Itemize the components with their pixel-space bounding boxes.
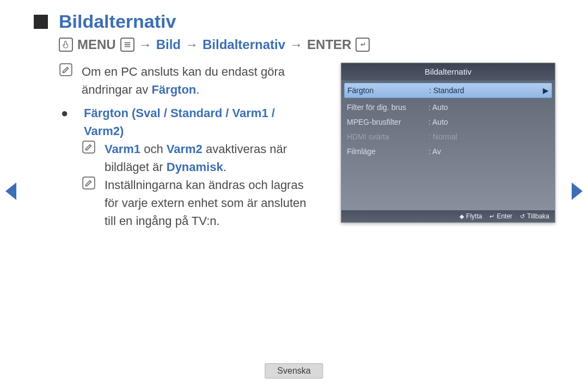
highlight-dynamisk: Dynamisk bbox=[167, 160, 223, 174]
breadcrumb-menu-label: MENU bbox=[77, 37, 116, 52]
row-value: : Normal bbox=[428, 132, 549, 141]
text-fragment: . bbox=[223, 160, 226, 174]
text-fragment: . bbox=[196, 83, 199, 96]
tv-settings-panel: Bildalternativ Färgton: Standard▶Filter … bbox=[341, 63, 555, 223]
hand-pointer-icon bbox=[59, 38, 73, 52]
tv-panel-rows: Färgton: Standard▶Filter för dig. brus: … bbox=[341, 83, 555, 159]
svg-rect-3 bbox=[60, 64, 72, 76]
footer-enter: ↵Enter bbox=[489, 212, 512, 220]
footer-move-label: Flytta bbox=[466, 212, 482, 220]
highlight-varm2: Varm2 bbox=[167, 142, 203, 156]
row-value: : Av bbox=[428, 147, 549, 156]
option-heading-row: ● Färgton (Sval / Standard / Varm1 / Var… bbox=[59, 104, 315, 140]
svg-rect-4 bbox=[83, 141, 95, 153]
svg-rect-0 bbox=[124, 42, 130, 44]
tv-panel-row[interactable]: Filmläge: Av bbox=[341, 144, 555, 159]
menu-grid-icon bbox=[120, 38, 134, 52]
svg-rect-5 bbox=[83, 177, 95, 189]
breadcrumb-item-bild: Bild bbox=[156, 37, 181, 52]
chevron-right-icon: ▶ bbox=[541, 86, 549, 95]
breadcrumb-enter-label: ENTER bbox=[307, 37, 351, 52]
note-text: Varm1 och Varm2 avaktiveras när bildläge… bbox=[105, 140, 315, 176]
bullet-dot-icon: ● bbox=[59, 104, 84, 140]
tv-panel-row[interactable]: HDMI svärta: Normal bbox=[341, 129, 555, 144]
tv-panel-row[interactable]: Färgton: Standard▶ bbox=[344, 83, 552, 98]
enter-return-icon bbox=[356, 38, 370, 52]
footer-move: ◆Flytta bbox=[460, 212, 482, 220]
note-text: Om en PC ansluts kan du endast göra ändr… bbox=[82, 63, 315, 99]
tv-panel-row[interactable]: Filter för dig. brus: Auto bbox=[341, 100, 555, 114]
tv-panel-footer: ◆Flytta ↵Enter ↺Tillbaka bbox=[341, 210, 555, 222]
language-label: Svenska bbox=[265, 363, 323, 379]
arrow-icon: → bbox=[185, 37, 198, 52]
row-value: : Auto bbox=[428, 103, 549, 112]
footer-enter-label: Enter bbox=[497, 212, 512, 220]
square-bullet-icon bbox=[34, 15, 48, 29]
arrow-icon: → bbox=[139, 37, 152, 52]
arrow-icon: → bbox=[290, 37, 303, 52]
row-label: Filmläge bbox=[347, 147, 428, 156]
note-pencil-icon bbox=[82, 140, 105, 176]
note-paragraph: Inställningarna kan ändras och lagras fö… bbox=[82, 176, 315, 230]
highlight-varm1: Varm1 bbox=[105, 142, 140, 156]
tv-panel-title: Bildalternativ bbox=[341, 63, 555, 81]
move-arrows-icon: ◆ bbox=[460, 213, 464, 220]
title-row: Bildalternativ bbox=[34, 11, 176, 32]
text-fragment: och bbox=[140, 142, 167, 156]
enter-icon: ↵ bbox=[489, 213, 494, 220]
page-title: Bildalternativ bbox=[59, 11, 176, 32]
nav-next-button[interactable] bbox=[572, 182, 583, 200]
note-text: Inställningarna kan ändras och lagras fö… bbox=[105, 176, 315, 230]
footer-return: ↺Tillbaka bbox=[520, 212, 549, 220]
footer-return-label: Tillbaka bbox=[527, 212, 549, 220]
svg-rect-1 bbox=[124, 44, 130, 45]
note-paragraph: Om en PC ansluts kan du endast göra ändr… bbox=[59, 63, 315, 99]
row-label: MPEG-brusfilter bbox=[347, 118, 428, 126]
note-pencil-icon bbox=[82, 176, 105, 230]
row-value: : Standard bbox=[429, 86, 541, 95]
note-pencil-icon bbox=[59, 63, 82, 99]
tv-panel-row[interactable]: MPEG-brusfilter: Auto bbox=[341, 114, 555, 129]
highlight-fargton: Färgton bbox=[151, 83, 196, 96]
svg-rect-2 bbox=[124, 46, 130, 47]
page: Bildalternativ MENU → Bild → Bildalterna… bbox=[0, 0, 588, 384]
nav-prev-button[interactable] bbox=[5, 182, 16, 200]
option-heading: Färgton (Sval / Standard / Varm1 / Varm2… bbox=[84, 106, 275, 138]
row-label: Färgton bbox=[347, 86, 429, 95]
return-icon: ↺ bbox=[520, 213, 525, 220]
breadcrumb: MENU → Bild → Bildalternativ → ENTER bbox=[59, 37, 370, 52]
content-area: Om en PC ansluts kan du endast göra ändr… bbox=[59, 63, 315, 230]
breadcrumb-item-bildalternativ: Bildalternativ bbox=[203, 37, 285, 52]
row-value: : Auto bbox=[428, 118, 549, 126]
note-paragraph: Varm1 och Varm2 avaktiveras när bildläge… bbox=[82, 140, 315, 176]
row-label: Filter för dig. brus bbox=[347, 103, 428, 112]
row-label: HDMI svärta bbox=[347, 132, 428, 141]
